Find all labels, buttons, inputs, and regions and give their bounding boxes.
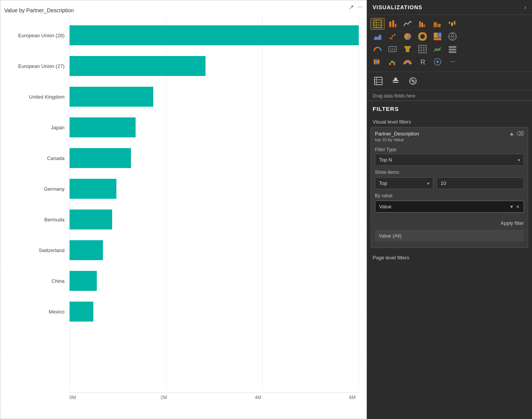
svg-rect-6 [392, 22, 394, 27]
viz-icon-bar-clustered[interactable] [431, 18, 444, 30]
viz-icon-rainbow[interactable] [401, 56, 414, 68]
expand-panel-icon[interactable]: › [524, 4, 526, 11]
viz-icon-bar-grouped[interactable] [416, 18, 429, 30]
x-axis: 0M2M4M6M [70, 393, 359, 400]
viz-icon-card[interactable]: 123 [386, 43, 399, 55]
viz-icon-funnel[interactable] [401, 43, 414, 55]
svg-rect-8 [395, 24, 396, 27]
bar-label: United Kingdom [2, 94, 68, 100]
viz-icon-ribbon[interactable] [371, 56, 384, 68]
svg-rect-13 [436, 22, 437, 27]
viz-icon-donut[interactable] [416, 31, 429, 42]
svg-point-48 [436, 61, 439, 63]
bar-fill [70, 271, 97, 291]
drag-fields-text: Drag data fields here [373, 93, 415, 99]
bar-track[interactable] [70, 302, 359, 322]
bar-row: United Kingdom [70, 82, 359, 112]
svg-rect-7 [392, 20, 394, 21]
bar-track[interactable] [70, 25, 359, 45]
filter-card-title: Partner_Description [375, 130, 419, 137]
analytics-icon[interactable] [405, 74, 421, 88]
viz-icon-scatter[interactable] [386, 31, 399, 42]
svg-rect-14 [438, 24, 439, 27]
visualizations-title: VISUALIZATIONS [373, 4, 423, 10]
by-value-row: Value ▼ ✕ [375, 201, 524, 213]
bar-label: Bermuda [2, 217, 68, 223]
svg-rect-53 [393, 80, 398, 81]
bar-row: Bermuda [70, 205, 359, 234]
svg-rect-15 [439, 24, 440, 27]
svg-rect-39 [449, 46, 456, 48]
fields-icon[interactable] [371, 74, 386, 88]
viz-icon-slicer[interactable] [446, 43, 459, 55]
format-icon[interactable] [388, 74, 403, 88]
filter-eraser-icon[interactable]: ⌫ [516, 130, 524, 137]
svg-rect-41 [449, 51, 456, 53]
bar-track[interactable] [70, 210, 359, 229]
filter-card-header[interactable]: Partner_Description top 10 by Value ▲ ⌫ [371, 127, 528, 145]
bar-label: European Union (28) [2, 33, 68, 38]
filter-card-subtitle: top 10 by Value [375, 137, 419, 142]
bar-label: Switzerland [2, 247, 68, 253]
bar-track[interactable] [70, 240, 359, 260]
bar-fill [70, 210, 112, 229]
by-value-field[interactable]: Value ▼ ✕ [375, 201, 524, 213]
filter-collapse-icon[interactable]: ▲ [509, 130, 514, 137]
bar-track[interactable] [70, 179, 359, 199]
bar-fill [70, 302, 93, 322]
viz-icon-map[interactable] [446, 31, 459, 42]
bar-track[interactable] [70, 148, 359, 168]
viz-icon-line[interactable] [401, 18, 414, 30]
svg-rect-17 [451, 23, 453, 26]
viz-icon-globe[interactable] [431, 56, 444, 68]
chart-title-icons: ↗ ··· [349, 3, 363, 11]
by-value-clear-icon[interactable]: ✕ [516, 204, 520, 210]
chart-container: European Union (28)European Union (27)Un… [0, 16, 366, 400]
viz-icon-waterfall[interactable] [446, 18, 459, 30]
viz-icon-row-4: R ··· [371, 56, 528, 68]
filters-header: FILTERS [367, 101, 532, 117]
expand-chart-icon[interactable]: ↗ [349, 3, 354, 11]
viz-icons-grid: 123 123 [367, 15, 532, 72]
by-value-chevron-icon[interactable]: ▼ [509, 204, 514, 210]
viz-icon-gauge[interactable] [371, 43, 384, 55]
filter-type-select[interactable]: Top N [375, 154, 524, 166]
svg-rect-49 [375, 77, 382, 85]
viz-icon-r[interactable]: R [416, 56, 429, 68]
bar-fill [70, 117, 136, 137]
viz-icon-treemap[interactable] [431, 31, 444, 42]
show-items-count-input[interactable] [436, 177, 524, 189]
x-tick: 4M [255, 395, 262, 400]
svg-point-20 [392, 35, 393, 37]
bar-track[interactable] [70, 271, 359, 291]
viz-icon-matrix[interactable] [416, 43, 429, 55]
viz-icon-table[interactable] [371, 18, 384, 30]
bar-row: European Union (27) [70, 51, 359, 81]
more-options-icon[interactable]: ··· [358, 3, 363, 11]
viz-icon-kpi[interactable]: 123 [431, 43, 444, 55]
page-level-label: Page level filters [367, 251, 532, 262]
show-items-direction-wrapper: Top Bottom ▼ [375, 177, 433, 189]
apply-filter-button[interactable]: Apply filter [375, 216, 524, 230]
svg-rect-16 [449, 22, 450, 24]
filters-section: FILTERS Visual level filters Partner_Des… [367, 101, 532, 419]
filter-card-text: Partner_Description top 10 by Value [375, 130, 419, 142]
viz-icon-area[interactable] [371, 31, 384, 42]
bar-label: China [2, 278, 68, 284]
x-tick: 0M [70, 395, 76, 400]
by-value-label: By value [375, 193, 524, 198]
viz-icon-more[interactable]: ··· [446, 56, 459, 68]
right-panel: VISUALIZATIONS › [367, 0, 532, 419]
filter-card-body: Filter Type Top N ▼ Show items: Top Bott… [371, 145, 528, 247]
viz-icon-bar-stacked[interactable] [386, 18, 399, 30]
bar-fill [70, 87, 153, 107]
viz-icon-waterfall2[interactable] [386, 56, 399, 68]
bar-label: European Union (27) [2, 63, 68, 69]
bar-track[interactable] [70, 56, 359, 76]
bar-track[interactable] [70, 117, 359, 137]
bar-fill [70, 240, 103, 260]
show-items-direction-select[interactable]: Top Bottom [375, 177, 433, 189]
filter-card-icons: ▲ ⌫ [509, 130, 524, 137]
viz-icon-pie[interactable] [401, 31, 414, 42]
bar-track[interactable] [70, 87, 359, 107]
